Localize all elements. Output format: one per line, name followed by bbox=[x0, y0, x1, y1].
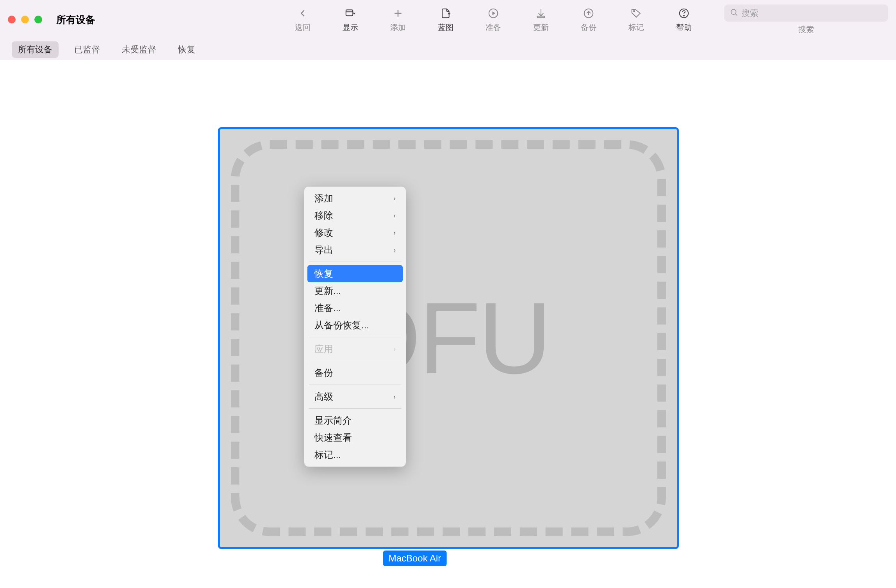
menu-item-export[interactable]: 导出 › bbox=[307, 241, 403, 258]
upload-circle-icon bbox=[583, 7, 594, 20]
toolbar-update[interactable]: 更新 bbox=[531, 7, 551, 33]
chevron-right-icon: › bbox=[393, 345, 396, 353]
menu-item-restore-label: 恢复 bbox=[314, 267, 333, 280]
toolbar: 返回 显示 添加 蓝图 准备 bbox=[293, 0, 694, 39]
svg-point-9 bbox=[634, 10, 635, 11]
toolbar-add-label: 添加 bbox=[390, 22, 406, 33]
content-area: DFU MacBook Air 添加 › 移除 › 修改 › 导出 › 恢复 更… bbox=[0, 60, 896, 588]
context-menu: 添加 › 移除 › 修改 › 导出 › 恢复 更新... 准备... 从备份恢复… bbox=[304, 186, 406, 467]
toolbar-blueprint[interactable]: 蓝图 bbox=[436, 7, 455, 33]
chevron-right-icon: › bbox=[393, 393, 396, 401]
toolbar-tag[interactable]: 标记 bbox=[626, 7, 646, 33]
toolbar-back[interactable]: 返回 bbox=[293, 7, 312, 33]
help-icon bbox=[678, 7, 690, 20]
window-dropdown-icon bbox=[344, 7, 356, 20]
toolbar-update-label: 更新 bbox=[533, 22, 549, 33]
svg-rect-6 bbox=[537, 16, 545, 18]
play-circle-icon bbox=[487, 7, 499, 20]
toolbar-backup-label: 备份 bbox=[581, 22, 596, 33]
zoom-window-button[interactable] bbox=[34, 16, 42, 23]
download-icon bbox=[535, 7, 547, 20]
blueprint-icon bbox=[440, 7, 452, 20]
tab-unsupervised[interactable]: 未受监督 bbox=[116, 41, 162, 58]
chevron-right-icon: › bbox=[393, 194, 396, 203]
toolbar-display[interactable]: 显示 bbox=[341, 7, 360, 33]
toolbar-backup[interactable]: 备份 bbox=[579, 7, 598, 33]
tab-all-devices[interactable]: 所有设备 bbox=[12, 41, 59, 58]
search-area: 搜索 bbox=[724, 5, 888, 35]
menu-item-prepare-label: 准备... bbox=[314, 302, 341, 314]
device-card[interactable]: DFU bbox=[218, 127, 679, 549]
menu-item-remove[interactable]: 移除 › bbox=[307, 207, 403, 224]
chevron-right-icon: › bbox=[393, 212, 396, 220]
tab-supervised[interactable]: 已监督 bbox=[68, 41, 106, 58]
menu-item-apps: 应用 › bbox=[307, 340, 403, 358]
menu-separator bbox=[309, 262, 401, 262]
plus-icon bbox=[392, 7, 404, 20]
menu-item-restore[interactable]: 恢复 bbox=[307, 265, 403, 282]
menu-item-update-label: 更新... bbox=[314, 285, 341, 297]
toolbar-prepare[interactable]: 准备 bbox=[484, 7, 503, 33]
menu-item-remove-label: 移除 bbox=[314, 209, 333, 222]
menu-item-tags-label: 标记... bbox=[314, 449, 341, 461]
menu-item-modify-label: 修改 bbox=[314, 226, 333, 239]
menu-item-update[interactable]: 更新... bbox=[307, 282, 403, 299]
svg-line-13 bbox=[735, 14, 737, 16]
menu-separator bbox=[309, 361, 401, 361]
svg-rect-0 bbox=[346, 10, 353, 16]
toolbar-blueprint-label: 蓝图 bbox=[438, 22, 453, 33]
toolbar-help[interactable]: 帮助 bbox=[674, 7, 694, 33]
menu-item-modify[interactable]: 修改 › bbox=[307, 224, 403, 241]
menu-item-apps-label: 应用 bbox=[314, 343, 333, 355]
toolbar-back-label: 返回 bbox=[295, 22, 311, 33]
toolbar-add[interactable]: 添加 bbox=[388, 7, 408, 33]
menu-item-advanced[interactable]: 高级 › bbox=[307, 388, 403, 405]
menu-item-backup-label: 备份 bbox=[314, 367, 333, 379]
menu-item-restore-from-backup-label: 从备份恢复... bbox=[314, 319, 369, 331]
filter-tabbar: 所有设备 已监督 未受监督 恢复 bbox=[0, 39, 896, 60]
menu-separator bbox=[309, 408, 401, 409]
tab-recovery[interactable]: 恢复 bbox=[172, 41, 202, 58]
svg-marker-5 bbox=[493, 11, 496, 15]
tag-icon bbox=[630, 7, 642, 20]
titlebar: 所有设备 返回 显示 添加 蓝图 bbox=[0, 0, 896, 39]
search-icon bbox=[730, 8, 738, 18]
window-controls bbox=[8, 16, 42, 23]
svg-point-11 bbox=[684, 15, 684, 16]
menu-item-get-info-label: 显示简介 bbox=[314, 414, 352, 427]
menu-item-export-label: 导出 bbox=[314, 244, 333, 256]
menu-separator bbox=[309, 337, 401, 337]
toolbar-prepare-label: 准备 bbox=[485, 22, 501, 33]
search-box[interactable] bbox=[724, 5, 888, 22]
menu-item-add[interactable]: 添加 › bbox=[307, 190, 403, 207]
minimize-window-button[interactable] bbox=[21, 16, 29, 23]
window-title: 所有设备 bbox=[56, 13, 95, 26]
menu-item-tags[interactable]: 标记... bbox=[307, 446, 403, 463]
menu-item-restore-from-backup[interactable]: 从备份恢复... bbox=[307, 317, 403, 334]
menu-item-backup[interactable]: 备份 bbox=[307, 364, 403, 381]
toolbar-tag-label: 标记 bbox=[628, 22, 644, 33]
menu-item-get-info[interactable]: 显示简介 bbox=[307, 412, 403, 429]
device-name-label: MacBook Air bbox=[383, 551, 447, 566]
toolbar-display-label: 显示 bbox=[343, 22, 358, 33]
menu-item-prepare[interactable]: 准备... bbox=[307, 299, 403, 317]
chevron-right-icon: › bbox=[393, 246, 396, 254]
search-input[interactable] bbox=[741, 8, 883, 18]
menu-item-advanced-label: 高级 bbox=[314, 390, 333, 403]
chevron-left-icon bbox=[297, 7, 309, 20]
menu-item-add-label: 添加 bbox=[314, 192, 333, 205]
toolbar-help-label: 帮助 bbox=[676, 22, 692, 33]
menu-separator bbox=[309, 385, 401, 385]
close-window-button[interactable] bbox=[8, 16, 16, 23]
menu-item-quick-look-label: 快速查看 bbox=[314, 431, 352, 444]
menu-item-quick-look[interactable]: 快速查看 bbox=[307, 429, 403, 446]
chevron-right-icon: › bbox=[393, 229, 396, 237]
search-label: 搜索 bbox=[798, 24, 814, 35]
svg-point-12 bbox=[731, 9, 736, 14]
